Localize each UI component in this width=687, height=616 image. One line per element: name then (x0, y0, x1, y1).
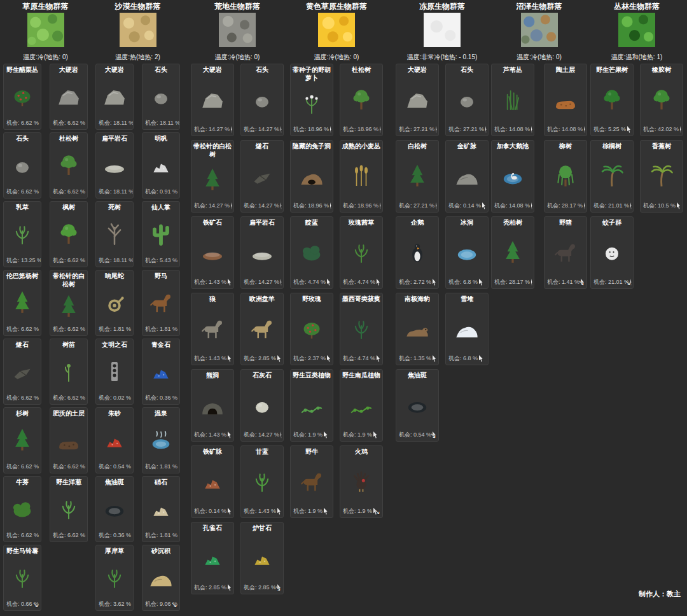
spawn-card[interactable]: 石头机会: 14.27 % (240, 64, 284, 136)
spawn-card[interactable]: 仙人掌机会: 5.43 % (142, 201, 180, 267)
spawn-card[interactable]: 野生南瓜植物机会: 1.9 % (340, 369, 383, 442)
spawn-chance: 机会: 1.81 % (96, 325, 133, 335)
spawn-card[interactable]: 石灰石机会: 14.27 % (240, 369, 284, 442)
spawn-card[interactable]: 金矿脉机会: 0.14 % (445, 140, 489, 213)
item-name: 企鹅 (396, 217, 438, 227)
spawn-card[interactable]: 朱砂机会: 0.54 % (95, 407, 134, 473)
spawn-card[interactable]: 加拿大鹅池机会: 14.08 % (491, 140, 534, 213)
spawn-card[interactable]: 野马机会: 1.81 % (142, 270, 180, 336)
chance-text: 机会: 6.8 % (448, 354, 478, 363)
spawn-chance: 机会: 28.17 % (492, 278, 534, 288)
spawn-card[interactable]: 野生洋葱机会: 6.62 % (50, 476, 88, 542)
spawn-card[interactable]: 野牛机会: 1.9 % (290, 445, 333, 518)
spawn-card[interactable]: 温泉机会: 1.81 % (142, 407, 180, 473)
resize-handle-icon[interactable]: ↘ (625, 279, 631, 286)
spawn-card[interactable]: 墨西哥类菝葜机会: 4.74 % (340, 293, 383, 365)
resize-handle-icon[interactable]: ↘ (275, 584, 281, 592)
spawn-card[interactable]: 带松针的白松树机会: 6.62 % (50, 270, 88, 336)
spawn-card[interactable]: 成熟的小麦丛机会: 18.96 % (340, 140, 383, 213)
spawn-card[interactable]: 甘蓝机会: 1.43 % (240, 445, 284, 518)
spawn-chance: 机会: 1.43 % (191, 278, 233, 288)
biome-texture-swatch[interactable] (318, 13, 355, 47)
spawn-card[interactable]: 南极海豹机会: 1.35 % (396, 293, 439, 365)
spawn-card[interactable]: 扁平岩石机会: 18.11 % (95, 132, 134, 199)
spawn-card[interactable]: 文明之石机会: 0.02 % (95, 339, 134, 405)
quad-icon (291, 456, 333, 508)
spawn-card[interactable]: 青金石机会: 0.36 % (142, 339, 180, 405)
resize-handle-icon[interactable]: ↘ (171, 601, 177, 608)
spawn-card[interactable]: 石头机会: 18.11 % (142, 64, 180, 130)
resize-handle-icon[interactable]: ↘ (578, 279, 585, 286)
spawn-card[interactable]: 熊洞机会: 1.43 % (191, 369, 234, 442)
spawn-card[interactable]: 狼机会: 1.43 % (191, 293, 234, 365)
spawn-card[interactable]: 孔雀石机会: 2.85 % (191, 522, 234, 594)
spawn-card[interactable]: 冰洞机会: 6.8 % (445, 216, 489, 289)
spawn-card[interactable]: 肥沃的土层机会: 6.62 % (50, 407, 88, 473)
spawn-card[interactable]: 杜松树机会: 18.96 % (340, 64, 383, 136)
spawn-card[interactable]: 厚岸草机会: 3.62 % (95, 545, 134, 611)
biome-texture-swatch[interactable] (120, 13, 156, 47)
pond-icon (96, 487, 133, 532)
biome-texture-swatch[interactable] (521, 13, 558, 47)
spawn-card[interactable]: 死树机会: 18.11 % (95, 201, 134, 267)
spawn-card[interactable]: 企鹅机会: 2.72 % (396, 216, 439, 289)
biome-texture-swatch[interactable] (424, 13, 461, 47)
spawn-card[interactable]: 大硬岩机会: 6.62 % (50, 64, 88, 130)
spawn-card[interactable]: 野玫瑰机会: 2.37 % (290, 293, 333, 365)
spawn-card[interactable]: 石头机会: 27.21 % (445, 64, 489, 136)
cactus-icon (142, 212, 179, 257)
spawn-card[interactable]: 野生芒果树机会: 5.25 % (590, 64, 634, 136)
resize-handle-icon[interactable]: ↘ (374, 508, 380, 515)
spawn-card[interactable]: 铁矿石机会: 1.43 % (191, 216, 234, 289)
resize-handle-icon[interactable]: ↘ (430, 431, 436, 439)
spawn-card[interactable]: 燧石机会: 14.27 % (240, 140, 284, 213)
spawn-card[interactable]: 树苗机会: 6.62 % (50, 339, 88, 405)
spawn-card[interactable]: 带松针的白松树机会: 14.27 % (191, 140, 234, 213)
spawn-card[interactable]: 秃柏树机会: 28.17 % (491, 216, 534, 289)
spawn-card[interactable]: 芦苇丛机会: 14.08 % (491, 64, 534, 136)
spawn-card[interactable]: 白松树机会: 27.21 % (396, 140, 439, 213)
item-name: 野玫瑰 (291, 293, 333, 304)
spawn-card[interactable]: 大硬岩机会: 14.27 % (191, 64, 234, 136)
spawn-card[interactable]: 棕榈树机会: 21.01 % (590, 140, 634, 213)
resize-handle-icon[interactable]: ↘ (32, 601, 39, 608)
spawn-card[interactable]: 香蕉树机会: 10.5 % (640, 140, 683, 213)
spawn-chance: 机会: 18.11 % (142, 119, 179, 129)
spawn-card[interactable]: 雪堆机会: 6.8 % (445, 293, 489, 365)
spawn-card[interactable]: 乳草机会: 13.25 % (3, 201, 41, 267)
biome-texture-swatch[interactable] (27, 13, 64, 47)
biome-texture-swatch[interactable] (618, 13, 655, 47)
spawn-card[interactable]: 燧石机会: 6.62 % (3, 339, 41, 405)
spawn-card[interactable]: 枫树机会: 6.62 % (50, 201, 88, 267)
spawn-card[interactable]: 石头机会: 6.62 % (3, 132, 41, 199)
spawn-card[interactable]: 欧洲盘羊机会: 2.85 % (240, 293, 284, 365)
spawn-card[interactable]: 靛蓝机会: 4.74 % (290, 216, 333, 289)
biome-texture-swatch[interactable] (219, 13, 256, 47)
spawn-card[interactable]: 硝石机会: 1.81 % (142, 476, 180, 542)
mound-icon (142, 556, 179, 601)
spawn-card[interactable]: 野生醋栗丛机会: 6.62 % (3, 64, 41, 130)
biome-header: 沼泽生物群落温度:冷(地热: 0) (491, 0, 587, 62)
spawn-card[interactable]: 牛蒡机会: 6.62 % (3, 476, 41, 542)
spawn-card[interactable]: 柳树机会: 28.17 % (544, 140, 587, 213)
cursor-icon (436, 126, 437, 133)
item-name: 秃柏树 (492, 217, 534, 227)
spawn-card[interactable]: 焦油斑机会: 0.36 % (95, 476, 134, 542)
spawn-card[interactable]: 扁平岩石机会: 14.27 % (240, 216, 284, 289)
spawn-card[interactable]: 玫瑰茜草机会: 4.74 % (340, 216, 383, 289)
spawn-card[interactable]: 明矾机会: 0.91 % (142, 132, 180, 199)
spawn-card[interactable]: 野生豆类植物机会: 1.9 % (290, 369, 333, 442)
spawn-card[interactable]: 杜松树机会: 6.62 % (50, 132, 88, 199)
chance-text: 机会: 6.62 % (53, 463, 85, 471)
spawn-card[interactable]: 杉树机会: 6.62 % (3, 407, 41, 473)
spawn-card[interactable]: 大硬岩机会: 18.11 % (95, 64, 134, 130)
spawn-card[interactable]: 带种子的野胡萝卜机会: 18.96 % (290, 64, 333, 136)
spawn-card[interactable]: 陶土层机会: 14.08 % (544, 64, 587, 136)
spawn-card[interactable]: 伦巴第杨树机会: 6.62 % (3, 270, 41, 336)
spawn-card[interactable]: 响尾蛇机会: 1.81 % (95, 270, 134, 336)
spawn-card[interactable]: 橡胶树机会: 42.02 % (640, 64, 683, 136)
turkey-icon (340, 456, 382, 508)
spawn-card[interactable]: 隐藏的兔子洞机会: 18.96 % (290, 140, 333, 213)
spawn-card[interactable]: 铁矿脉机会: 0.14 % (191, 445, 234, 518)
spawn-card[interactable]: 大硬岩机会: 27.21 % (396, 64, 439, 136)
